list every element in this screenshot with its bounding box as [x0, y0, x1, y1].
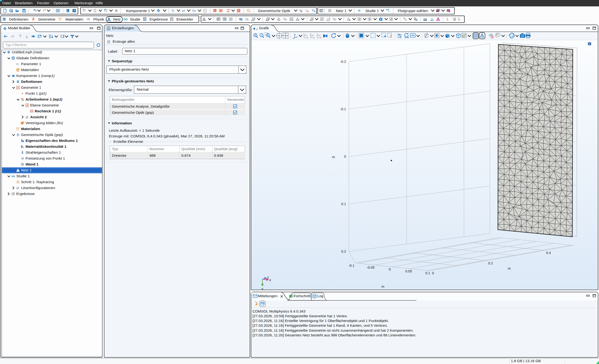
svg-text:yz: yz — [311, 34, 314, 37]
svg-text:?: ? — [73, 9, 75, 12]
svg-text:0.1: 0.1 — [425, 271, 430, 275]
svg-text:m: m — [381, 285, 384, 288]
svg-text:-0.1: -0.1 — [340, 107, 346, 111]
svg-text:-0.1: -0.1 — [349, 264, 354, 268]
svg-text:z: z — [267, 275, 269, 279]
svg-text:xy: xy — [305, 34, 308, 37]
svg-text:i: i — [205, 10, 206, 12]
svg-text:a=: a= — [327, 17, 329, 20]
svg-text:0.4: 0.4 — [546, 251, 551, 255]
svg-text:0.05: 0.05 — [405, 269, 412, 273]
svg-text:0: 0 — [432, 271, 434, 275]
svg-text:Δu: Δu — [312, 9, 315, 12]
svg-text:0.2: 0.2 — [341, 250, 346, 253]
svg-text:i: i — [18, 64, 19, 66]
svg-text:-0.05: -0.05 — [367, 266, 374, 269]
svg-text:m: m — [508, 267, 511, 270]
svg-text:x: x — [269, 278, 271, 282]
svg-text:y: y — [262, 286, 263, 290]
svg-text:f(x): f(x) — [192, 9, 196, 12]
svg-text:-0.2: -0.2 — [340, 60, 346, 63]
svg-text:m: m — [332, 155, 335, 159]
svg-text:0.2: 0.2 — [488, 261, 493, 265]
svg-text:xz: xz — [318, 34, 320, 37]
svg-text:0.1: 0.1 — [341, 202, 346, 206]
svg-text:P: P — [17, 62, 18, 65]
svg-text:a: a — [182, 9, 184, 12]
svg-text:i: i — [174, 10, 174, 13]
svg-text:0: 0 — [344, 155, 346, 158]
svg-text:0: 0 — [389, 268, 391, 271]
